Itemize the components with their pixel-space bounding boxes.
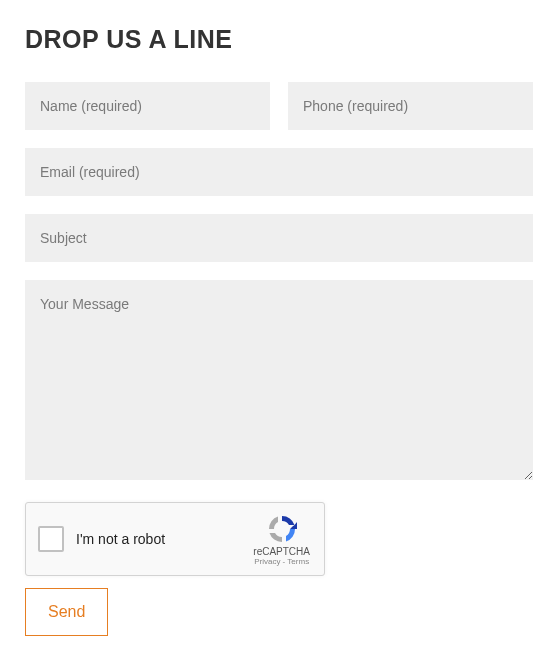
recaptcha-terms-link[interactable]: Privacy - Terms bbox=[254, 557, 309, 566]
phone-field[interactable] bbox=[288, 82, 533, 130]
recaptcha-widget: I'm not a robot reCAPTCHA Privacy - Term… bbox=[25, 502, 325, 576]
recaptcha-label: I'm not a robot bbox=[76, 531, 253, 547]
recaptcha-icon bbox=[266, 513, 298, 545]
name-field[interactable] bbox=[25, 82, 270, 130]
send-button[interactable]: Send bbox=[25, 588, 108, 636]
recaptcha-brand-text: reCAPTCHA bbox=[253, 546, 310, 557]
subject-field[interactable] bbox=[25, 214, 533, 262]
email-field[interactable] bbox=[25, 148, 533, 196]
recaptcha-checkbox[interactable] bbox=[38, 526, 64, 552]
recaptcha-branding: reCAPTCHA Privacy - Terms bbox=[253, 513, 312, 566]
message-field[interactable] bbox=[25, 280, 533, 480]
page-title: DROP US A LINE bbox=[25, 25, 533, 54]
contact-form: I'm not a robot reCAPTCHA Privacy - Term… bbox=[25, 82, 533, 636]
